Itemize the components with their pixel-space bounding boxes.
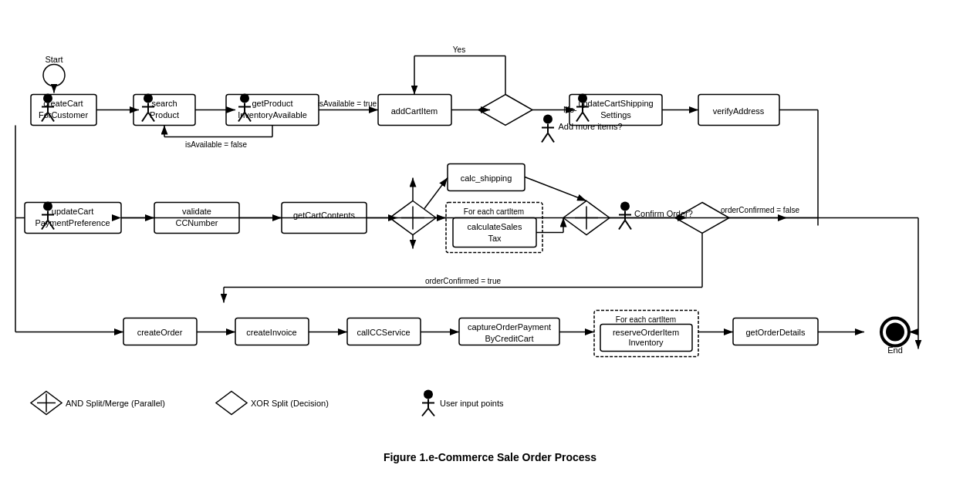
svg-line-16 — [142, 113, 148, 122]
legend-xor-label: XOR Split (Decision) — [251, 399, 329, 408]
legend-and-label: AND Split/Merge (Parallel) — [66, 399, 165, 408]
svg-text:getProduct: getProduct — [252, 99, 292, 108]
svg-text:PaymentPreference: PaymentPreference — [35, 218, 110, 227]
svg-line-108 — [619, 221, 625, 230]
diagram-container: Start createCart ForCustomer search Prod… — [0, 0, 980, 447]
svg-text:getCartContents: getCartContents — [293, 211, 356, 220]
svg-text:CCNumber: CCNumber — [175, 218, 218, 227]
svg-text:isAvailable = true: isAvailable = true — [318, 99, 377, 108]
svg-text:Start: Start — [45, 55, 63, 64]
svg-text:isAvailable = false: isAvailable = false — [185, 140, 248, 149]
process-diagram: Start createCart ForCustomer search Prod… — [8, 8, 972, 440]
svg-text:Product: Product — [150, 110, 179, 120]
svg-text:captureOrderPayment: captureOrderPayment — [468, 322, 551, 332]
svg-text:ForCustomer: ForCustomer — [39, 110, 89, 120]
svg-point-105 — [620, 202, 630, 211]
svg-text:Add more items?: Add more items? — [558, 122, 622, 131]
svg-text:addCartItem: addCartItem — [391, 106, 438, 116]
svg-point-22 — [240, 94, 249, 103]
svg-line-157 — [428, 409, 434, 416]
svg-text:reserveOrderItem: reserveOrderItem — [613, 328, 679, 337]
svg-point-1 — [43, 65, 65, 86]
svg-line-156 — [422, 409, 428, 416]
svg-point-146 — [886, 323, 904, 342]
svg-text:End: End — [887, 345, 903, 355]
figure-caption: Figure 1.e-Commerce Sale Order Process — [0, 447, 980, 471]
svg-text:createCart: createCart — [43, 99, 83, 108]
svg-line-48 — [542, 133, 548, 143]
svg-text:createInvoice: createInvoice — [246, 328, 296, 337]
svg-text:ByCreditCart: ByCreditCart — [485, 334, 534, 343]
svg-text:callCCService: callCCService — [357, 328, 410, 337]
legend-user-label: User input points — [440, 399, 504, 408]
svg-text:calc_shipping: calc_shipping — [461, 173, 512, 183]
svg-line-56 — [583, 113, 589, 122]
svg-point-45 — [543, 115, 553, 124]
svg-text:InventoryAvailable: InventoryAvailable — [238, 110, 307, 120]
svg-line-49 — [548, 133, 554, 143]
svg-text:Yes: Yes — [453, 45, 465, 54]
svg-text:search: search — [151, 99, 177, 108]
svg-line-102 — [525, 177, 586, 201]
svg-text:orderConfirmed = true: orderConfirmed = true — [425, 277, 502, 285]
svg-text:updateCart: updateCart — [52, 207, 93, 216]
svg-text:getOrderDetails: getOrderDetails — [745, 328, 806, 337]
svg-line-55 — [576, 113, 583, 122]
svg-marker-152 — [216, 392, 247, 415]
svg-point-153 — [424, 390, 433, 399]
svg-text:orderConfirmed = false: orderConfirmed = false — [721, 206, 799, 214]
svg-text:Inventory: Inventory — [628, 338, 664, 347]
svg-text:verifyAddress: verifyAddress — [713, 106, 765, 116]
svg-text:For each cartItem: For each cartItem — [464, 207, 524, 216]
svg-text:For each cartItem: For each cartItem — [616, 315, 676, 324]
svg-line-109 — [625, 221, 631, 230]
svg-text:updateCartShipping: updateCartShipping — [578, 99, 653, 108]
svg-text:Tax: Tax — [488, 234, 502, 243]
svg-text:createOrder: createOrder — [137, 328, 183, 337]
svg-text:validate: validate — [182, 207, 211, 216]
svg-text:Settings: Settings — [600, 110, 631, 120]
svg-line-98 — [424, 178, 448, 209]
svg-text:No-: No- — [563, 105, 577, 114]
svg-text:calculateSales: calculateSales — [468, 222, 522, 231]
